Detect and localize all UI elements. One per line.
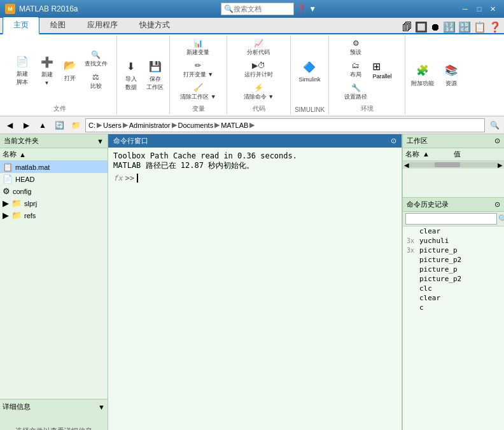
new-script-icon: 📄 [15, 53, 30, 69]
new-button[interactable]: ➕ 新建 ▼ [36, 52, 58, 88]
new-script-button[interactable]: 📄 新建脚本 [10, 52, 35, 88]
search-input[interactable] [234, 5, 291, 13]
preset-button[interactable]: ⚙ 预设 [342, 37, 370, 59]
address-path[interactable]: C: ▶ Users ▶ Administrator ▶ Documents ▶… [85, 118, 485, 132]
list-item[interactable]: 📄 HEAD [0, 173, 108, 185]
workspace-scrollbar[interactable]: ◀ ▶ [403, 161, 504, 169]
expand-icon: ▶ [3, 198, 9, 208]
file-icon: 📄 [3, 174, 13, 184]
history-search-input[interactable] [405, 213, 497, 225]
refresh-button[interactable]: 🔄 [52, 118, 66, 132]
forward-button[interactable]: ▶ [19, 118, 33, 132]
list-item[interactable]: picture_p [403, 265, 504, 274]
simulink-group-label: SIMULINK [295, 105, 325, 113]
toolbar-group-import: ⬇ 导入数据 💾 保存工作区 [117, 36, 170, 114]
close-button[interactable]: ✕ [487, 4, 499, 14]
tab-apps[interactable]: 应用程序 [76, 17, 129, 33]
folder-expand-icon[interactable]: ▼ [97, 137, 104, 145]
simulink-buttons: 🔷 Simulink [295, 37, 323, 105]
set-path-button[interactable]: 🔧 设置路径 [342, 81, 370, 103]
center-panel: 命令行窗口 ⊙ Toolbox Path Cache read in 0.36 … [108, 134, 402, 430]
details-content: 选择文件以查看详细信息 [3, 412, 105, 430]
cursor-blink [137, 174, 138, 183]
open-icon: 📂 [62, 58, 78, 73]
layout-button[interactable]: 🗂 布局 [342, 59, 370, 81]
matlab-logo: M [5, 4, 15, 14]
window-buttons: ─ □ ✕ [459, 4, 499, 14]
tab-shortcuts[interactable]: 快捷方式 [129, 17, 181, 33]
run-time-button[interactable]: ▶⏱ 运行并计时 [241, 59, 276, 81]
back-button[interactable]: ◀ [3, 118, 17, 132]
details-expand-icon[interactable]: ▼ [98, 403, 105, 411]
cmd-line-2: MATLAB 路径已在 12.87 秒内初始化。 [113, 160, 396, 171]
list-item[interactable]: c [403, 303, 504, 312]
history-expand-icon[interactable]: ⊙ [494, 200, 500, 209]
ribbon-icon-5: 🔡 [458, 21, 471, 33]
history-section: 命令历史记录 ⊙ 🔍 ≫ clear 3x yuchuli 3x [403, 198, 504, 430]
clear-cmd-button[interactable]: ⚡ 清除命令 ▼ [241, 81, 276, 103]
scroll-left-btn[interactable]: ◀ [404, 162, 409, 169]
simulink-icon: 🔷 [302, 60, 317, 75]
name-column-header: 名称 [3, 149, 17, 159]
list-item[interactable]: clear [403, 293, 504, 303]
tab-plot[interactable]: 绘图 [39, 17, 76, 33]
scroll-right-btn[interactable]: ▶ [498, 162, 503, 169]
list-item[interactable]: 📋 matlab.mat [0, 161, 108, 173]
list-item[interactable]: picture_p2 [403, 255, 504, 265]
open-var-button[interactable]: ✏ 打开变量 ▼ [178, 59, 218, 81]
history-search-icon[interactable]: 🔍 [498, 214, 504, 223]
hist-text: picture_p2 [419, 256, 461, 264]
resources-button[interactable]: 📚 资源 [438, 61, 464, 90]
clear-workspace-button[interactable]: 🧹 清除工作区 ▼ [178, 81, 218, 103]
save-icon: 💾 [148, 59, 163, 74]
path-matlab: MATLAB [221, 121, 248, 129]
file-group-label: 文件 [53, 103, 66, 113]
ribbon-icon-1: 🗐 [402, 22, 412, 33]
save-button[interactable]: 💾 保存工作区 [143, 57, 167, 94]
list-item[interactable]: clc [403, 284, 504, 293]
help-icon[interactable]: ❓ [297, 4, 306, 13]
simulink-button[interactable]: 🔷 Simulink [295, 58, 323, 85]
toolbar: 📄 新建脚本 ➕ 新建 ▼ 📂 打开 🔍 查找文件 ⚖ 比较 [0, 34, 504, 116]
list-item[interactable]: ▶ 📁 slprj [0, 197, 108, 209]
scroll-thumb[interactable] [435, 162, 460, 167]
workspace-header: 工作区 ⊙ [403, 134, 504, 148]
file-right-buttons: 🔍 查找文件 ⚖ 比较 [82, 48, 110, 92]
tab-home[interactable]: 主页 [3, 17, 39, 34]
details-title: 详细信息 [3, 402, 31, 412]
addressbar: ◀ ▶ ▲ 🔄 📁 C: ▶ Users ▶ Administrator ▶ D… [0, 116, 504, 134]
addr-search-btn[interactable]: 🔍 [487, 118, 501, 132]
list-item[interactable]: ▶ 📁 refs [0, 209, 108, 221]
list-item[interactable]: clear [403, 226, 504, 236]
hist-text: clear [419, 227, 440, 235]
arrow-icon[interactable]: ▼ [309, 4, 316, 13]
expand-icon: ▶ [3, 211, 9, 220]
open-button[interactable]: 📂 打开 [59, 56, 81, 85]
cmd-expand-icon[interactable]: ⊙ [391, 137, 396, 145]
file-list: 名称 ▲ 📋 matlab.mat 📄 HEAD ⚙ config ▶ 📁 sl… [0, 148, 108, 399]
file-name: slprj [24, 200, 37, 207]
env-buttons: ⚙ 预设 🗂 布局 🔧 设置路径 ⊞ Parallel [342, 37, 391, 103]
analyze-button[interactable]: 📈 分析代码 [241, 37, 276, 59]
top-search-box[interactable]: 🔍 [221, 3, 294, 15]
maximize-button[interactable]: □ [473, 4, 485, 14]
list-item[interactable]: 3x yuchuli [403, 236, 504, 246]
minimize-button[interactable]: ─ [459, 4, 471, 14]
scroll-track[interactable] [409, 162, 498, 167]
list-item[interactable]: picture_p2 [403, 274, 504, 284]
path-users: Users [103, 121, 122, 129]
import-button[interactable]: ⬇ 导入数据 [120, 57, 142, 94]
command-window-content[interactable]: Toolbox Path Cache read in 0.36 seconds.… [108, 148, 402, 430]
history-search-area: 🔍 ≫ [403, 212, 504, 226]
up-button[interactable]: ▲ [36, 118, 50, 132]
list-item[interactable]: 3x picture_p [403, 246, 504, 255]
find-files-button[interactable]: 🔍 查找文件 [82, 48, 110, 70]
compare-button[interactable]: ⚖ 比较 [82, 71, 110, 92]
ribbon-help-icon[interactable]: ❓ [489, 21, 501, 33]
set-path-icon: 🔧 [351, 83, 361, 92]
workspace-expand-icon[interactable]: ⊙ [494, 137, 500, 145]
addons-button[interactable]: 🧩 附加功能 [408, 61, 437, 90]
list-item[interactable]: ⚙ config [0, 185, 108, 197]
ribbon-tabs: 主页 绘图 应用程序 快捷方式 🗐 🔲 ⏺ 🔢 🔡 📋 ❓ [0, 18, 504, 34]
new-var-button[interactable]: 📊 新建变量 [178, 37, 218, 59]
